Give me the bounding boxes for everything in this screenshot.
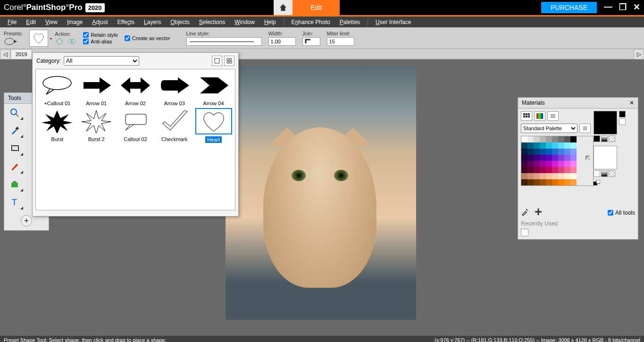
menu-help[interactable]: Help bbox=[260, 18, 280, 26]
color-swatch[interactable] bbox=[546, 173, 552, 179]
color-swatch[interactable] bbox=[564, 167, 570, 173]
edit-tab-button[interactable]: Edit bbox=[293, 0, 340, 15]
color-swatch[interactable] bbox=[564, 179, 570, 185]
color-swatch[interactable] bbox=[540, 142, 546, 149]
color-swatch[interactable] bbox=[540, 149, 546, 155]
color-swatch[interactable] bbox=[558, 155, 564, 161]
menu-objects[interactable]: Objects bbox=[167, 18, 193, 26]
menu-palettes[interactable]: Palettes bbox=[336, 18, 364, 26]
color-swatch[interactable] bbox=[570, 155, 577, 161]
recent-swatch[interactable] bbox=[521, 229, 528, 236]
color-swatch[interactable] bbox=[552, 142, 558, 149]
shape-arrow-03[interactable]: Arrow 03 bbox=[156, 72, 193, 106]
anti-alias-checkbox[interactable]: Anti-alias bbox=[83, 39, 117, 44]
color-swatch[interactable] bbox=[552, 155, 558, 161]
materials-tab-swatches[interactable] bbox=[521, 111, 532, 121]
action-icon-2[interactable] bbox=[67, 38, 76, 45]
color-swatch[interactable] bbox=[534, 142, 540, 149]
color-swatch[interactable] bbox=[570, 173, 577, 179]
menu-view[interactable]: View bbox=[42, 18, 61, 26]
menu-enhance-photo[interactable]: Enhance Photo bbox=[288, 18, 334, 26]
menu-user-interface[interactable]: User Interface bbox=[372, 18, 415, 26]
color-swatch[interactable] bbox=[527, 161, 534, 167]
color-swatch[interactable] bbox=[558, 136, 564, 142]
create-vector-checkbox[interactable]: Create as vector bbox=[125, 35, 170, 41]
color-swatch[interactable] bbox=[558, 179, 564, 185]
tab-nav-next[interactable]: ▷ bbox=[634, 49, 644, 59]
color-swatch[interactable] bbox=[527, 142, 534, 149]
default-colors-icon[interactable] bbox=[594, 180, 600, 186]
color-swatch[interactable] bbox=[527, 149, 534, 155]
menu-adjust[interactable]: Adjust bbox=[88, 18, 111, 26]
color-swatch[interactable] bbox=[564, 136, 570, 142]
color-swatch[interactable] bbox=[540, 179, 546, 185]
color-swatch[interactable] bbox=[527, 179, 534, 185]
eyedropper-tool-icon[interactable] bbox=[521, 208, 529, 216]
color-swatch[interactable] bbox=[540, 173, 546, 179]
color-swatch[interactable] bbox=[521, 155, 527, 161]
color-swatch[interactable] bbox=[534, 136, 540, 142]
color-swatch[interactable] bbox=[570, 179, 577, 185]
color-swatch[interactable] bbox=[534, 155, 540, 161]
color-swatch-grid[interactable] bbox=[521, 136, 594, 186]
add-tool-button[interactable]: + bbox=[21, 215, 32, 226]
color-swatch[interactable] bbox=[570, 161, 577, 167]
color-swatch[interactable] bbox=[546, 161, 552, 167]
color-swatch[interactable] bbox=[521, 142, 527, 149]
presets-dropdown[interactable] bbox=[4, 37, 18, 46]
materials-close-button[interactable]: ✕ bbox=[629, 100, 634, 106]
color-swatch[interactable] bbox=[527, 167, 534, 173]
text-tool[interactable]: T bbox=[5, 194, 24, 210]
color-swatch[interactable] bbox=[521, 136, 527, 142]
document-tab-1[interactable]: 2019 bbox=[10, 49, 32, 59]
color-swatch[interactable] bbox=[564, 173, 570, 179]
color-swatch[interactable] bbox=[552, 173, 558, 179]
width-spinner[interactable]: 1.00 bbox=[268, 37, 296, 46]
fg-mini-swatch-2[interactable] bbox=[619, 118, 626, 125]
color-swatch[interactable] bbox=[570, 167, 577, 173]
style-solid[interactable] bbox=[594, 135, 600, 142]
color-swatch[interactable] bbox=[558, 142, 564, 149]
close-button[interactable]: ✕ bbox=[633, 2, 640, 12]
dropper-tool[interactable] bbox=[5, 123, 24, 139]
crop-tool[interactable] bbox=[5, 141, 24, 157]
shape-heart[interactable]: Heart bbox=[195, 108, 232, 143]
bg-style-pattern[interactable] bbox=[609, 170, 615, 177]
all-tools-checkbox[interactable]: All tools bbox=[608, 209, 635, 216]
home-button[interactable] bbox=[274, 0, 293, 15]
materials-tab-rainbow[interactable] bbox=[534, 111, 545, 121]
color-swatch[interactable] bbox=[546, 149, 552, 155]
color-swatch[interactable] bbox=[558, 173, 564, 179]
color-swatch[interactable] bbox=[521, 161, 527, 167]
color-swatch[interactable] bbox=[558, 161, 564, 167]
color-swatch[interactable] bbox=[552, 167, 558, 173]
shape-arrow-02[interactable]: Arrow 02 bbox=[117, 72, 154, 106]
fg-mini-swatch[interactable] bbox=[619, 111, 626, 117]
color-swatch[interactable] bbox=[521, 167, 527, 173]
color-swatch[interactable] bbox=[570, 149, 577, 155]
color-swatch[interactable] bbox=[521, 173, 527, 179]
palette-select[interactable]: Standard Palette bbox=[521, 124, 577, 133]
bg-style-solid[interactable] bbox=[594, 170, 600, 177]
line-style-dropdown[interactable] bbox=[186, 37, 262, 46]
materials-tab-hsl[interactable] bbox=[547, 111, 559, 121]
color-swatch[interactable] bbox=[570, 136, 577, 142]
category-select[interactable]: All bbox=[64, 56, 139, 66]
color-swatch[interactable] bbox=[540, 161, 546, 167]
shape-burst-2[interactable]: Burst 2 bbox=[78, 108, 115, 143]
shape-arrow-04[interactable]: Arrow 04 bbox=[195, 72, 232, 106]
color-swatch[interactable] bbox=[527, 173, 534, 179]
zoom-tool[interactable] bbox=[5, 105, 24, 121]
color-swatch[interactable] bbox=[540, 136, 546, 142]
bg-style-gradient[interactable] bbox=[601, 170, 608, 177]
shape-callout-01[interactable]: +Callout 01 bbox=[39, 72, 76, 106]
color-swatch[interactable] bbox=[546, 142, 552, 149]
color-swatch[interactable] bbox=[521, 179, 527, 185]
color-swatch[interactable] bbox=[564, 161, 570, 167]
minimize-button[interactable]: — bbox=[604, 2, 612, 12]
color-swatch[interactable] bbox=[534, 161, 540, 167]
color-swatch[interactable] bbox=[552, 149, 558, 155]
miter-limit-spinner[interactable]: 15 bbox=[327, 37, 354, 46]
maximize-button[interactable]: ❐ bbox=[619, 2, 627, 12]
color-swatch[interactable] bbox=[546, 155, 552, 161]
